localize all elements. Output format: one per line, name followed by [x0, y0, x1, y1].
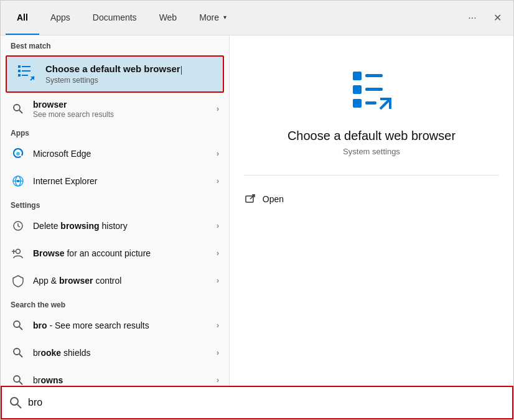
svg-point-22	[14, 376, 20, 382]
tab-more[interactable]: More ▾	[188, 1, 238, 35]
shield-icon	[11, 273, 26, 288]
right-panel-subtitle: System settings	[343, 147, 400, 156]
close-button[interactable]: ✕	[486, 7, 508, 29]
browns-item[interactable]: browns ›	[1, 366, 229, 386]
chevron-right-icon: ›	[217, 276, 219, 285]
chevron-right-icon: ›	[217, 249, 219, 258]
brooke-shields-content: brooke shields	[33, 348, 217, 358]
search-icon	[11, 373, 26, 386]
chevron-right-icon: ›	[217, 376, 219, 385]
svg-line-32	[250, 195, 255, 199]
best-match-item[interactable]: Choose a default web browser System sett…	[6, 55, 224, 93]
svg-line-21	[19, 354, 22, 357]
svg-rect-1	[18, 70, 21, 72]
browse-account-content: Browse for an account picture	[33, 248, 217, 258]
browse-account-picture-item[interactable]: Browse for an account picture ›	[1, 240, 229, 267]
chevron-down-icon: ▾	[223, 14, 227, 21]
delete-history-title: Delete browsing history	[33, 221, 217, 231]
chevron-right-icon: ›	[217, 222, 219, 230]
tab-documents[interactable]: Documents	[82, 1, 148, 35]
svg-rect-5	[22, 75, 28, 76]
search-input[interactable]	[28, 397, 505, 408]
chevron-right-icon: ›	[217, 321, 219, 330]
ie-item-content: Internet Explorer	[33, 176, 217, 186]
browser-item-title: browser	[33, 100, 217, 110]
svg-point-20	[14, 348, 20, 355]
account-icon	[11, 246, 26, 261]
bro-item-title: bro - See more search results	[33, 320, 217, 330]
ie-icon	[11, 174, 26, 189]
main-content: Best match	[1, 35, 513, 386]
edge-icon	[11, 146, 26, 161]
search-icon	[11, 318, 26, 333]
left-panel: Best match	[1, 35, 230, 386]
best-match-text: Choose a default web browser System sett…	[45, 63, 217, 84]
svg-rect-24	[353, 72, 362, 80]
svg-rect-4	[22, 70, 30, 72]
app-browser-control-item[interactable]: App & browser control ›	[1, 267, 229, 294]
browser-search-item[interactable]: browser See more search results ›	[1, 95, 229, 123]
svg-rect-26	[353, 99, 362, 108]
svg-rect-25	[353, 85, 362, 94]
svg-line-30	[380, 99, 390, 109]
search-bar-icon	[9, 396, 22, 409]
browns-content: browns	[33, 375, 217, 385]
open-label: Open	[263, 194, 284, 204]
search-icon	[11, 345, 26, 360]
svg-point-13	[17, 180, 19, 182]
history-icon	[11, 218, 26, 233]
delete-browsing-history-item[interactable]: Delete browsing history ›	[1, 212, 229, 240]
best-match-title: Choose a default web browser	[45, 63, 217, 74]
window-controls: ··· ✕	[461, 7, 508, 29]
svg-line-9	[19, 110, 22, 113]
svg-rect-29	[365, 101, 376, 105]
open-icon	[244, 193, 256, 205]
right-panel-divider	[244, 175, 499, 175]
browser-item-subtitle: See more search results	[33, 110, 217, 119]
internet-explorer-item[interactable]: Internet Explorer ›	[1, 167, 229, 195]
svg-line-19	[19, 327, 22, 330]
svg-point-15	[16, 250, 21, 254]
top-bar: All Apps Documents Web More ▾ ··· ✕	[1, 1, 513, 35]
best-match-label: Best match	[1, 35, 229, 53]
tab-web[interactable]: Web	[148, 1, 189, 35]
svg-rect-2	[18, 74, 21, 77]
app-browser-title: App & browser control	[33, 276, 217, 286]
more-options-button[interactable]: ···	[461, 7, 484, 29]
app-browser-content: App & browser control	[33, 276, 217, 286]
right-panel-icon	[347, 67, 396, 116]
bro-search-item[interactable]: bro - See more search results ›	[1, 312, 229, 339]
microsoft-edge-item[interactable]: Microsoft Edge ›	[1, 140, 229, 167]
delete-history-content: Delete browsing history	[33, 221, 217, 231]
svg-line-23	[19, 381, 22, 385]
browse-account-title: Browse for an account picture	[33, 248, 217, 258]
ellipsis-icon: ···	[468, 12, 476, 24]
svg-rect-27	[365, 74, 383, 77]
chevron-right-icon: ›	[217, 149, 219, 158]
svg-rect-3	[22, 66, 30, 67]
chevron-right-icon: ›	[217, 348, 219, 357]
default-browser-icon	[13, 62, 38, 86]
search-icon	[11, 101, 26, 116]
brooke-shields-title: brooke shields	[33, 348, 217, 358]
chevron-right-icon: ›	[217, 105, 219, 113]
search-web-label: Search the web	[1, 294, 229, 312]
svg-line-34	[17, 404, 21, 408]
apps-section-label: Apps	[1, 123, 229, 140]
svg-rect-28	[365, 88, 383, 91]
browser-item-content: browser See more search results	[33, 100, 217, 119]
chevron-right-icon: ›	[217, 177, 219, 185]
edge-item-title: Microsoft Edge	[33, 149, 217, 159]
tab-all[interactable]: All	[6, 1, 39, 35]
tab-apps[interactable]: Apps	[39, 1, 82, 35]
open-action[interactable]: Open	[244, 188, 499, 210]
edge-item-content: Microsoft Edge	[33, 149, 217, 159]
right-panel-title: Choose a default web browser	[287, 129, 456, 143]
brooke-shields-item[interactable]: brooke shields ›	[1, 339, 229, 366]
right-panel: Choose a default web browser System sett…	[230, 35, 513, 386]
best-match-subtitle: System settings	[45, 76, 217, 85]
svg-point-8	[14, 105, 20, 111]
svg-point-33	[11, 398, 18, 405]
settings-section-label: Settings	[1, 195, 229, 212]
close-icon: ✕	[493, 12, 502, 24]
